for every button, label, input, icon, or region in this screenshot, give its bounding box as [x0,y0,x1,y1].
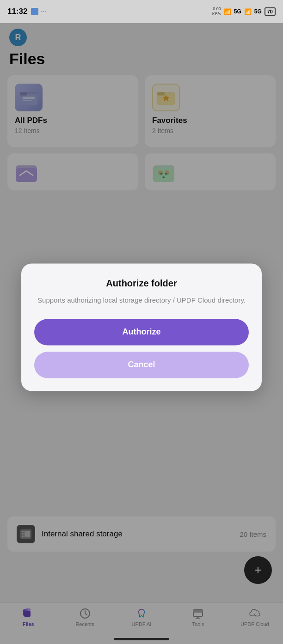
status-left: 11:32 ··· [7,7,46,16]
app-indicator-icon: ··· [31,8,46,15]
dialog-message: Supports authorizing local storage direc… [34,295,249,306]
status-bar: 11:32 ··· 0.00KB/s 📶 5G 📶 5G 70 [0,0,283,23]
kb-indicator: 0.00KB/s [212,6,221,17]
battery-level: 70 [267,9,273,14]
5g-label-2: 5G [254,8,262,15]
signal-icon-1: 📶 [224,8,231,15]
battery-icon: 70 [265,7,276,16]
5g-label-1: 5G [234,8,241,15]
app-container: R Files All PDFs 12 Items [0,23,283,644]
dialog-title: Authorize folder [34,278,249,289]
cancel-button[interactable]: Cancel [34,352,249,378]
authorize-dialog: Authorize folder Supports authorizing lo… [21,263,262,391]
signal-icon-2: 📶 [244,8,252,15]
status-right: 0.00KB/s 📶 5G 📶 5G 70 [212,6,276,17]
authorize-button[interactable]: Authorize [34,319,249,345]
status-time: 11:32 [7,7,27,16]
